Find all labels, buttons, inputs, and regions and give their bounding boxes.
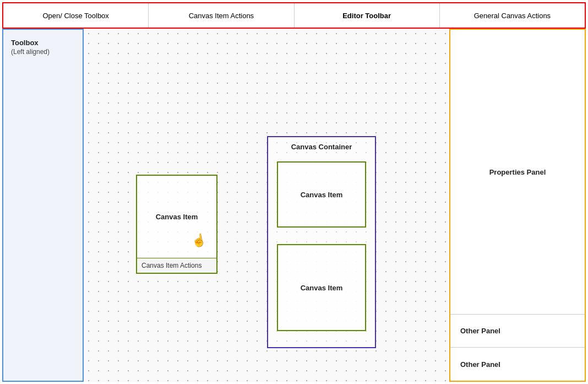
other-panel-1[interactable]: Other Panel bbox=[450, 315, 585, 348]
toolbox-subtitle: (Left aligned) bbox=[11, 48, 75, 56]
pointer-cursor-icon: ☝ bbox=[190, 232, 208, 249]
canvas-item-standalone[interactable]: Canvas Item ☝ Canvas Item Actions bbox=[136, 175, 217, 274]
canvas-item-bottom-label: Canvas Item bbox=[301, 284, 343, 292]
right-panel: Properties Panel Other Panel Other Panel bbox=[449, 29, 586, 382]
properties-panel: Properties Panel bbox=[450, 30, 585, 315]
canvas-item-top-label: Canvas Item bbox=[301, 191, 343, 199]
general-canvas-actions-label: General Canvas Actions bbox=[474, 12, 551, 20]
canvas-container[interactable]: Canvas Container Canvas Item Canvas Item bbox=[267, 136, 376, 348]
editor-toolbar: Open/ Close Toolbox Canvas Item Actions … bbox=[2, 2, 586, 29]
canvas-item-standalone-body: Canvas Item ☝ bbox=[137, 176, 216, 258]
open-close-toolbox-label: Open/ Close Toolbox bbox=[42, 12, 108, 20]
canvas-item-actions-label: Canvas Item Actions bbox=[141, 262, 202, 269]
toolbar-editor-section: Editor Toolbar bbox=[295, 3, 440, 28]
canvas-item-bottom[interactable]: Canvas Item bbox=[277, 244, 366, 331]
canvas-item-actions-toolbar-label: Canvas Item Actions bbox=[189, 12, 254, 20]
toolbar-open-close-section[interactable]: Open/ Close Toolbox bbox=[3, 3, 149, 28]
main-area: Toolbox (Left aligned) Canvas Item ☝ Can… bbox=[2, 29, 586, 382]
canvas-area[interactable]: Canvas Item ☝ Canvas Item Actions Canvas… bbox=[84, 29, 449, 382]
other-panel-1-label: Other Panel bbox=[460, 327, 500, 335]
properties-panel-label: Properties Panel bbox=[489, 168, 546, 176]
toolbar-canvas-item-actions-section[interactable]: Canvas Item Actions bbox=[149, 3, 294, 28]
canvas-item-standalone-label: Canvas Item bbox=[156, 213, 198, 221]
other-panel-2[interactable]: Other Panel bbox=[450, 348, 585, 381]
toolbox-panel: Toolbox (Left aligned) bbox=[2, 29, 84, 382]
toolbar-general-canvas-section[interactable]: General Canvas Actions bbox=[440, 3, 585, 28]
canvas-item-actions-bar[interactable]: Canvas Item Actions bbox=[137, 258, 216, 273]
editor-toolbar-label: Editor Toolbar bbox=[342, 12, 391, 20]
toolbox-title: Toolbox bbox=[11, 39, 75, 47]
canvas-item-top[interactable]: Canvas Item bbox=[277, 161, 366, 228]
canvas-container-label: Canvas Container bbox=[268, 143, 375, 151]
other-panel-2-label: Other Panel bbox=[460, 360, 500, 369]
